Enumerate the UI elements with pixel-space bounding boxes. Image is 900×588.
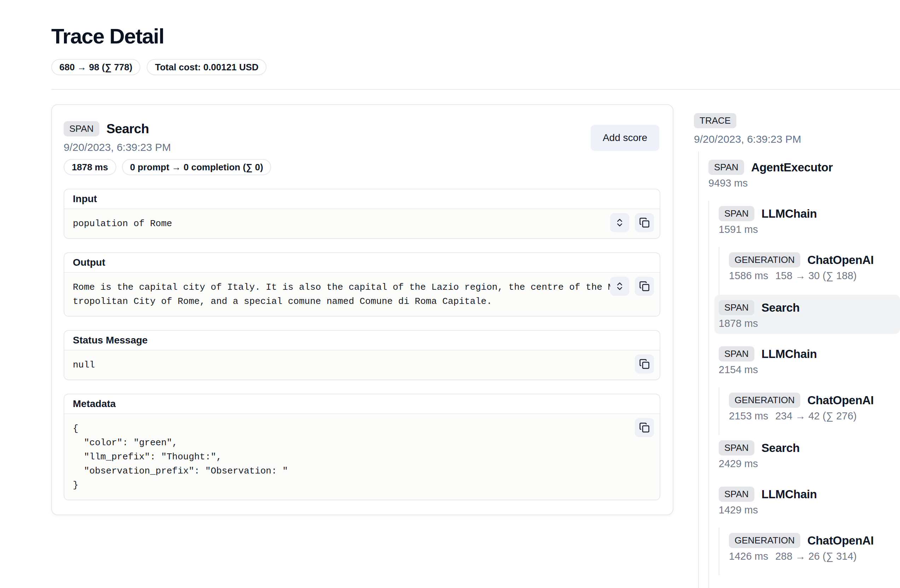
span-type-badge: SPAN	[708, 160, 744, 175]
node-name: AgentExecutor	[751, 161, 833, 174]
copy-button[interactable]	[635, 277, 654, 296]
tree-node-agentexecutor[interactable]: SPAN AgentExecutor 9493 ms	[704, 155, 900, 193]
span-type-badge: SPAN	[64, 121, 99, 136]
span-timestamp: 9/20/2023, 6:39:23 PM	[64, 141, 660, 153]
copy-icon	[639, 281, 650, 291]
copy-button[interactable]	[635, 213, 654, 232]
input-section-title: Input	[64, 189, 659, 209]
node-name: Search	[762, 301, 800, 314]
tree-children-llmchain-3: GENERATION ChatOpenAI 1426 ms 288 → 26 (…	[718, 528, 900, 575]
node-latency: 2154 ms	[718, 364, 758, 376]
tree-children-root: SPAN AgentExecutor 9493 ms SPAN LLMChain…	[698, 152, 900, 588]
chevrons-up-down-icon	[615, 218, 625, 227]
status-section-title: Status Message	[64, 331, 659, 351]
trace-timestamp: 9/20/2023, 6:39:23 PM	[694, 133, 900, 145]
tree-children-agentexecutor: SPAN LLMChain 1591 ms GENERATION ChatOpe…	[708, 201, 900, 588]
copy-icon	[639, 217, 650, 228]
copy-icon	[639, 359, 650, 369]
span-latency-badge: 1878 ms	[64, 159, 116, 175]
generation-type-badge: GENERATION	[729, 252, 800, 268]
span-detail-header: SPAN Search 9/20/2023, 6:39:23 PM 1878 m…	[64, 121, 660, 175]
tree-children-llmchain-2: GENERATION ChatOpenAI 2153 ms 234 → 42 (…	[718, 387, 900, 435]
tree-node-llmchain-1[interactable]: SPAN LLMChain 1591 ms	[714, 201, 900, 240]
page-title: Trace Detail	[51, 24, 164, 48]
node-name: ChatOpenAI	[807, 394, 874, 407]
copy-icon	[639, 422, 650, 433]
node-tokens: 288 → 26 (∑ 314)	[775, 551, 857, 562]
tree-children-llmchain-1: GENERATION ChatOpenAI 1586 ms 158 → 30 (…	[718, 247, 900, 295]
node-latency: 2153 ms	[729, 410, 768, 422]
node-latency: 2429 ms	[718, 458, 758, 470]
output-content: Rome is the capital city of Italy. It is…	[73, 280, 619, 308]
status-content: null	[73, 358, 619, 372]
output-section-title: Output	[64, 253, 659, 273]
input-content: population of Rome	[73, 217, 619, 231]
input-section: Input population of Rome	[64, 189, 660, 239]
span-type-badge: SPAN	[718, 300, 754, 315]
span-type-badge: SPAN	[718, 487, 754, 502]
node-name: ChatOpenAI	[807, 253, 874, 267]
generation-type-badge: GENERATION	[729, 533, 800, 548]
metadata-content: { "color": "green", "llm_prefix": "Thoug…	[73, 422, 619, 492]
copy-button[interactable]	[635, 418, 654, 437]
add-score-button[interactable]: Add score	[591, 125, 659, 151]
tree-node-chatopenai-2[interactable]: GENERATION ChatOpenAI 2153 ms 234 → 42 (…	[725, 387, 900, 427]
span-title: Search	[106, 122, 149, 136]
metadata-section: Metadata { "color": "green", "llm_prefix…	[64, 394, 660, 500]
span-type-badge: SPAN	[718, 440, 754, 455]
span-type-badge: SPAN	[718, 206, 754, 221]
tree-node-llmchain-2[interactable]: SPAN LLMChain 2154 ms	[714, 341, 900, 380]
expand-button[interactable]	[610, 213, 629, 232]
tree-node-chatopenai-1[interactable]: GENERATION ChatOpenAI 1586 ms 158 → 30 (…	[725, 247, 900, 286]
node-latency: 1591 ms	[718, 224, 758, 235]
output-section: Output Rome is the capital city of Italy…	[64, 252, 660, 317]
node-name: LLMChain	[762, 487, 817, 501]
span-type-badge: SPAN	[718, 346, 754, 362]
tree-node-llmchain-3[interactable]: SPAN LLMChain 1429 ms	[714, 481, 900, 520]
trace-cost-badge: Total cost: 0.00121 USD	[147, 59, 267, 75]
node-name: ChatOpenAI	[807, 534, 874, 547]
node-tokens: 234 → 42 (∑ 276)	[775, 410, 857, 422]
status-message-section: Status Message null	[64, 330, 660, 380]
expand-button[interactable]	[610, 277, 629, 296]
trace-tree-panel: TRACE 9/20/2023, 6:39:23 PM SPAN AgentEx…	[694, 113, 900, 588]
trace-stats-row: 680 → 98 (∑ 778) Total cost: 0.00121 USD	[51, 59, 267, 75]
span-usage-badge: 0 prompt → 0 completion (∑ 0)	[122, 159, 272, 175]
node-tokens: 158 → 30 (∑ 188)	[775, 270, 857, 282]
span-detail-card: SPAN Search 9/20/2023, 6:39:23 PM 1878 m…	[51, 104, 673, 515]
metadata-section-title: Metadata	[64, 395, 659, 414]
node-latency: 1586 ms	[729, 270, 768, 282]
copy-button[interactable]	[635, 354, 654, 373]
trace-type-badge[interactable]: TRACE	[694, 113, 736, 128]
trace-token-badge: 680 → 98 (∑ 778)	[51, 59, 140, 75]
generation-type-badge: GENERATION	[729, 393, 800, 408]
node-name: LLMChain	[762, 347, 817, 361]
node-latency: 1878 ms	[718, 318, 758, 330]
node-latency: 9493 ms	[708, 177, 748, 189]
node-latency: 1429 ms	[718, 504, 758, 516]
tree-node-search-1-selected[interactable]: SPAN Search 1878 ms	[714, 295, 900, 334]
header-divider	[51, 89, 900, 90]
tree-node-search-2[interactable]: SPAN Search 2429 ms	[714, 435, 900, 474]
chevrons-up-down-icon	[615, 281, 625, 291]
node-name: Search	[762, 441, 800, 455]
node-latency: 1426 ms	[729, 551, 768, 562]
tree-node-chatopenai-3[interactable]: GENERATION ChatOpenAI 1426 ms 288 → 26 (…	[725, 528, 900, 567]
node-name: LLMChain	[762, 207, 817, 221]
